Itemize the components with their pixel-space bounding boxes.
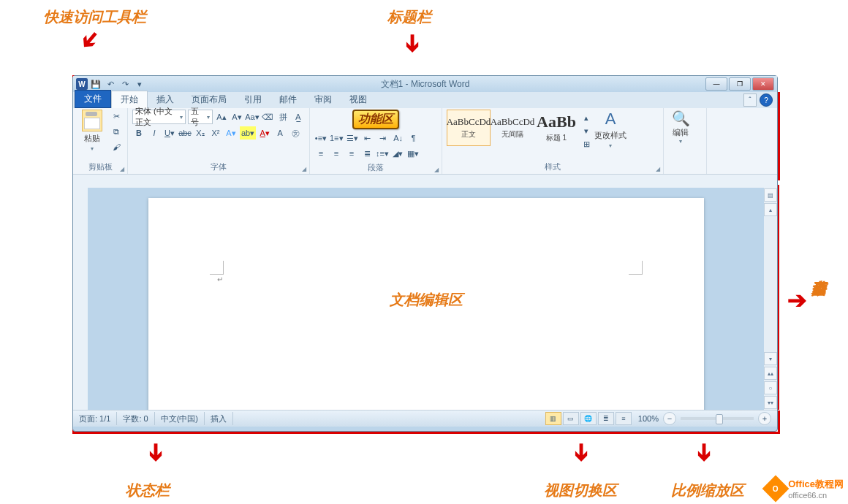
tab-references[interactable]: 引用 xyxy=(235,91,270,108)
maximize-button[interactable]: ❐ xyxy=(729,77,751,91)
watermark-badge-icon: O xyxy=(762,476,790,503)
view-web[interactable]: 🌐 xyxy=(580,412,597,425)
prev-page-button[interactable]: ▴▴ xyxy=(764,367,777,380)
align-center-button[interactable]: ≡ xyxy=(330,147,343,160)
view-draft[interactable]: ≡ xyxy=(616,412,632,425)
cut-button[interactable]: ✂ xyxy=(110,110,123,123)
change-styles-button[interactable]: A 更改样式 ▾ xyxy=(594,110,626,149)
font-size-combo[interactable]: 五号▾ xyxy=(188,110,213,124)
strike-button[interactable]: abc xyxy=(178,126,192,140)
arrow-icon: ➔ xyxy=(787,286,807,314)
zoom-out-button[interactable]: − xyxy=(663,412,676,425)
highlight-button[interactable]: ab▾ xyxy=(240,126,256,140)
style-heading1[interactable]: AaBb 标题 1 xyxy=(534,110,578,146)
enclose-char-button[interactable]: ㊛ xyxy=(289,126,302,140)
minimize-button[interactable]: — xyxy=(705,77,727,91)
text-effects-button[interactable]: A▾ xyxy=(224,126,238,140)
align-right-button[interactable]: ≡ xyxy=(345,147,358,160)
underline-button[interactable]: U▾ xyxy=(163,126,176,140)
close-button[interactable]: ✕ xyxy=(752,77,774,91)
status-words[interactable]: 字数: 0 xyxy=(117,412,154,425)
tab-review[interactable]: 审阅 xyxy=(306,91,341,108)
view-outline[interactable]: ≣ xyxy=(598,412,614,425)
help-button[interactable]: ? xyxy=(760,93,773,107)
status-language[interactable]: 中文(中国) xyxy=(155,412,205,425)
group-clipboard: 粘贴 ▾ ✂ ⧉ 🖌 剪贴板◢ xyxy=(73,108,128,174)
subscript-button[interactable]: X₂ xyxy=(194,126,207,140)
tab-file[interactable]: 文件 xyxy=(75,90,111,108)
scroll-up-button[interactable]: ▴ xyxy=(764,203,777,216)
font-color-button[interactable]: A▾ xyxy=(258,126,271,140)
group-paragraph: 功能区 •≡▾ 1≡▾ ☰▾ ⇤ ⇥ A↓ ¶ ≡ ≡ ≡ ≣ ↕≡▾ ◢▾ ▦… xyxy=(310,108,442,174)
multilevel-button[interactable]: ☰▾ xyxy=(346,131,359,145)
ruler-toggle-button[interactable]: ▤ xyxy=(764,188,777,202)
char-shading-button[interactable]: A xyxy=(273,126,287,140)
dialog-launcher-icon[interactable]: ◢ xyxy=(656,166,660,172)
numbering-button[interactable]: 1≡▾ xyxy=(330,131,344,145)
styles-row-up[interactable]: ▴ xyxy=(580,111,593,124)
ribbon: 粘贴 ▾ ✂ ⧉ 🖌 剪贴板◢ 宋体 (中文正文▾ 五号▾ A▴ A▾ Aa▾ … xyxy=(73,108,777,175)
superscript-button[interactable]: X² xyxy=(209,126,222,140)
arrow-icon: ➔ xyxy=(399,34,427,53)
font-name-combo[interactable]: 宋体 (中文正文▾ xyxy=(132,110,186,124)
dialog-launcher-icon[interactable]: ◢ xyxy=(302,166,306,172)
style-nospacing[interactable]: AaBbCcDd 无间隔 xyxy=(491,110,534,146)
decrease-indent-button[interactable]: ⇤ xyxy=(361,131,374,145)
styles-expand[interactable]: ⊞ xyxy=(580,137,593,150)
tab-mailings[interactable]: 邮件 xyxy=(270,91,306,108)
tab-view[interactable]: 视图 xyxy=(341,91,376,108)
browse-object-button[interactable]: ○ xyxy=(764,381,777,394)
titlebar: W 💾 ↶ ↷ ▾ 文档1 - Microsoft Word — ❐ ✕ xyxy=(73,76,777,92)
document-canvas[interactable]: ↵ 文档编辑区 xyxy=(88,188,764,410)
show-marks-button[interactable]: ¶ xyxy=(407,131,420,145)
view-print-layout[interactable]: ▥ xyxy=(545,412,561,425)
paste-dropdown[interactable]: ▾ xyxy=(91,145,94,152)
sort-button[interactable]: A↓ xyxy=(392,131,405,145)
char-border-button[interactable]: A̲ xyxy=(292,110,305,123)
paste-button[interactable]: 粘贴 xyxy=(84,133,100,144)
borders-button[interactable]: ▦▾ xyxy=(406,147,420,160)
clear-format-button[interactable]: ⌫ xyxy=(261,110,274,123)
line-spacing-button[interactable]: ↕≡▾ xyxy=(376,147,389,160)
style-normal[interactable]: AaBbCcDd 正文 xyxy=(447,110,491,146)
zoom-value[interactable]: 100% xyxy=(638,414,659,423)
group-label-paragraph: 段落◢ xyxy=(314,162,437,175)
format-painter-button[interactable]: 🖌 xyxy=(110,140,123,153)
shrink-font-button[interactable]: A▾ xyxy=(230,110,243,123)
minimize-ribbon-button[interactable]: ˆ xyxy=(743,93,757,107)
zoom-thumb[interactable] xyxy=(716,414,723,424)
zoom-in-button[interactable]: + xyxy=(758,412,771,425)
status-page[interactable]: 页面: 1/1 xyxy=(73,412,117,425)
anno-zoom: 比例缩放区 xyxy=(671,481,744,500)
horizontal-ruler[interactable] xyxy=(73,175,777,188)
arrow-icon: ➔ xyxy=(73,23,107,56)
grow-font-button[interactable]: A▴ xyxy=(215,110,228,123)
shading-button[interactable]: ◢▾ xyxy=(391,147,404,160)
window-title: 文档1 - Microsoft Word xyxy=(73,78,777,91)
italic-button[interactable]: I xyxy=(148,126,161,140)
view-fullscreen[interactable]: ▭ xyxy=(563,412,579,425)
arrow-icon: ➔ xyxy=(691,443,719,462)
dialog-launcher-icon[interactable]: ◢ xyxy=(120,166,124,172)
paste-icon[interactable] xyxy=(82,110,102,131)
justify-button[interactable]: ≣ xyxy=(360,147,374,160)
vertical-ruler[interactable] xyxy=(73,188,88,410)
phonetic-button[interactable]: 拼 xyxy=(276,110,289,123)
increase-indent-button[interactable]: ⇥ xyxy=(376,131,390,145)
status-mode[interactable]: 插入 xyxy=(205,412,233,425)
zoom-slider[interactable] xyxy=(681,417,754,420)
editing-button[interactable]: 编辑 xyxy=(673,127,689,138)
align-left-button[interactable]: ≡ xyxy=(314,147,328,160)
copy-button[interactable]: ⧉ xyxy=(110,125,123,138)
anno-docarea: 文档编辑区 xyxy=(88,290,764,310)
next-page-button[interactable]: ▾▾ xyxy=(764,396,777,409)
dialog-launcher-icon[interactable]: ◢ xyxy=(434,167,439,173)
change-case-button[interactable]: Aa▾ xyxy=(246,110,259,123)
styles-row-down[interactable]: ▾ xyxy=(580,124,593,137)
find-icon[interactable]: 🔍 xyxy=(672,110,690,127)
vertical-scrollbar[interactable]: ▤ ▴ ▾ ▴▴ ○ ▾▾ xyxy=(764,188,777,410)
bullets-button[interactable]: •≡▾ xyxy=(314,131,328,145)
scroll-down-button[interactable]: ▾ xyxy=(764,352,777,365)
margin-mark-icon xyxy=(629,261,643,275)
bold-button[interactable]: B xyxy=(132,126,145,140)
